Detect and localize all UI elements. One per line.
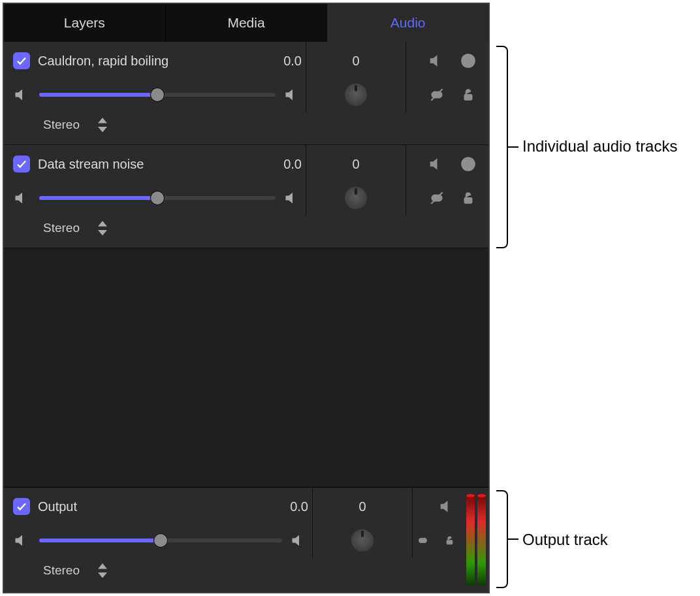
annotation-tick [508,146,518,148]
annotation-individual: Individual audio tracks [522,137,677,156]
enable-checkbox[interactable] [13,156,30,173]
volume-low-icon [13,531,31,550]
solo-icon[interactable] [460,156,477,173]
level-value[interactable]: 0.0 [256,157,302,172]
stepper-icon [98,563,107,578]
track-list: Cauldron, rapid boiling 0.0 0 [4,42,488,248]
annotation-tick [508,538,518,540]
svg-marker-13 [98,563,107,569]
output-track-area: Output 0.0 0 [4,487,488,592]
svg-rect-12 [447,540,453,544]
pan-knob[interactable] [351,529,374,552]
svg-marker-5 [98,127,107,132]
output-meters [466,494,486,586]
svg-marker-10 [98,221,107,226]
channel-mode-label: Stereo [43,563,80,578]
pan-knob[interactable] [345,187,367,209]
svg-marker-14 [98,572,107,578]
channel-mode-label: Stereo [43,221,80,235]
pan-value[interactable]: 0 [310,157,402,172]
tab-audio[interactable]: Audio [327,4,488,42]
tab-bar: Layers Media Audio [4,4,488,42]
track-name[interactable]: Cauldron, rapid boiling [38,54,256,69]
solo-icon[interactable] [460,52,477,69]
lock-icon[interactable] [460,190,477,207]
annotation-bracket [496,490,508,588]
meter-right [477,494,486,586]
annotation-output: Output track [522,531,608,549]
enable-checkbox[interactable] [13,498,30,515]
mute-icon[interactable] [439,498,456,515]
meter-left [466,494,475,586]
enable-checkbox[interactable] [13,52,30,69]
channel-mode-select[interactable]: Stereo [43,118,107,132]
pan-value[interactable]: 0 [310,54,402,69]
output-track: Output 0.0 0 [4,488,488,592]
level-value[interactable]: 0.0 [256,54,302,69]
link-icon[interactable] [428,190,445,207]
level-value[interactable]: 0.0 [262,499,308,514]
lock-icon[interactable] [460,86,477,103]
track-name[interactable]: Data stream noise [38,157,256,172]
stepper-icon [98,221,107,235]
channel-mode-select[interactable]: Stereo [43,221,107,235]
volume-low-icon [13,189,31,207]
channel-mode-label: Stereo [43,118,80,132]
mute-icon[interactable] [428,156,445,173]
audio-panel: Layers Media Audio Cauldron, rapid boili… [3,3,490,593]
annotation-bracket [496,46,508,248]
pan-knob[interactable] [345,84,367,106]
svg-marker-11 [98,230,107,235]
volume-high-icon [290,531,308,550]
svg-rect-9 [464,197,473,204]
audio-track: Cauldron, rapid boiling 0.0 0 [4,42,488,145]
empty-area [4,248,488,487]
link-icon[interactable] [428,86,445,103]
lock-icon[interactable] [443,532,456,549]
pan-value[interactable]: 0 [317,499,408,514]
track-name[interactable]: Output [38,499,262,514]
audio-track: Data stream noise 0.0 0 [4,145,488,248]
mute-icon[interactable] [428,52,445,69]
volume-slider[interactable] [39,538,282,542]
volume-low-icon [13,86,31,104]
svg-marker-4 [98,118,107,123]
link-icon[interactable] [417,532,429,549]
stepper-icon [98,118,107,132]
volume-high-icon [283,189,302,207]
channel-mode-select[interactable]: Stereo [43,563,107,578]
volume-slider[interactable] [39,93,276,97]
volume-high-icon [283,86,302,104]
volume-slider[interactable] [39,196,276,200]
svg-rect-3 [464,94,473,101]
tab-media[interactable]: Media [166,4,328,42]
tab-layers[interactable]: Layers [4,4,166,42]
